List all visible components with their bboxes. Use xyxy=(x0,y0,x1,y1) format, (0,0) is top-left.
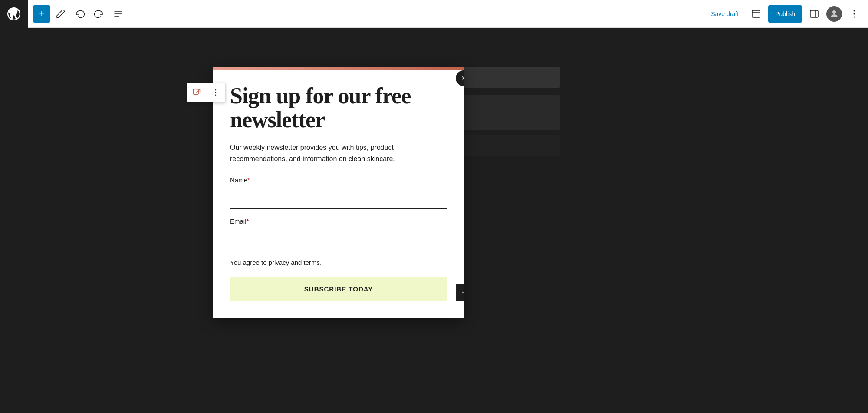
name-label: Name* xyxy=(230,176,447,184)
save-draft-button[interactable]: Save draft xyxy=(706,7,744,21)
modal-content: Sign up for our free newsletter Our week… xyxy=(213,70,464,318)
svg-point-13 xyxy=(215,89,217,91)
publish-button[interactable]: Publish xyxy=(768,5,802,23)
block-toolbar xyxy=(187,83,226,102)
wordpress-icon xyxy=(6,6,22,22)
svg-point-15 xyxy=(215,95,217,96)
view-button[interactable] xyxy=(747,5,765,23)
wp-logo xyxy=(0,0,28,28)
modal-title: Sign up for our free newsletter xyxy=(230,84,447,132)
block-more-options-button[interactable] xyxy=(206,83,225,102)
svg-point-10 xyxy=(854,16,855,17)
options-button[interactable] xyxy=(845,5,863,23)
modal-header-bar xyxy=(213,67,464,70)
add-block-icon: + xyxy=(462,287,464,298)
svg-point-9 xyxy=(854,13,855,14)
name-required-star: * xyxy=(247,176,250,184)
svg-point-14 xyxy=(215,92,217,93)
list-icon xyxy=(113,9,123,19)
close-icon: × xyxy=(461,74,464,83)
toolbar-right: Save draft Publish xyxy=(706,5,863,23)
undo-button[interactable] xyxy=(71,5,89,23)
add-icon: + xyxy=(39,9,44,19)
undo-icon xyxy=(75,9,85,19)
toggle-sidebar-button[interactable] xyxy=(806,5,823,23)
newsletter-modal: × Sign up for our free newsletter Our we… xyxy=(213,67,464,318)
avatar-icon xyxy=(829,9,839,19)
email-required-star: * xyxy=(247,218,249,225)
email-input[interactable] xyxy=(230,228,447,250)
modal-description: Our weekly newsletter provides you with … xyxy=(230,142,447,164)
privacy-text: You agree to privacy and terms. xyxy=(230,259,447,266)
more-options-icon xyxy=(211,88,220,97)
svg-rect-5 xyxy=(810,10,818,17)
external-link-icon xyxy=(192,88,201,97)
document-overview-button[interactable] xyxy=(109,5,127,23)
name-input[interactable] xyxy=(230,187,447,209)
pencil-icon xyxy=(56,9,66,19)
main-toolbar: + xyxy=(0,0,868,28)
editor-area: × Sign up for our free newsletter Our we… xyxy=(0,28,868,413)
tools-button[interactable] xyxy=(52,5,69,23)
add-block-modal-button[interactable]: + xyxy=(456,284,464,301)
email-form-group: Email* xyxy=(230,218,447,250)
svg-rect-3 xyxy=(752,10,760,17)
add-block-toolbar-button[interactable]: + xyxy=(33,5,50,23)
svg-point-8 xyxy=(854,10,855,11)
block-link-out-button[interactable] xyxy=(187,83,206,102)
options-icon xyxy=(849,9,859,19)
email-label: Email* xyxy=(230,218,447,225)
view-icon xyxy=(751,9,761,19)
redo-icon xyxy=(94,9,104,19)
redo-button[interactable] xyxy=(90,5,108,23)
toolbar-left: + xyxy=(5,0,706,28)
name-form-group: Name* xyxy=(230,176,447,209)
svg-point-7 xyxy=(832,10,836,14)
sidebar-icon xyxy=(809,9,819,19)
subscribe-button[interactable]: SUBSCRIBE TODAY xyxy=(230,277,447,301)
user-avatar-button[interactable] xyxy=(826,6,842,22)
